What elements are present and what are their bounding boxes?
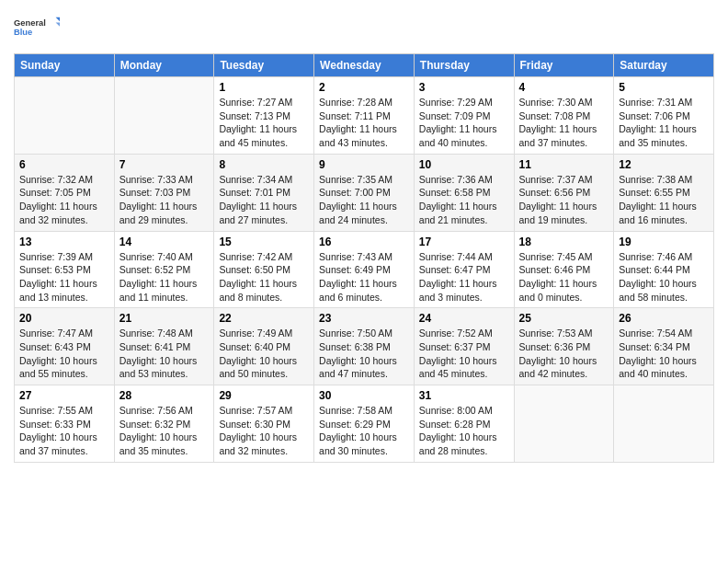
weekday-friday: Friday (514, 54, 614, 77)
calendar-cell: 3Sunrise: 7:29 AM Sunset: 7:09 PM Daylig… (414, 77, 514, 155)
calendar-cell: 16Sunrise: 7:43 AM Sunset: 6:49 PM Dayli… (314, 231, 415, 308)
svg-text:General: General (14, 18, 46, 28)
day-number: 30 (319, 389, 409, 402)
day-number: 22 (219, 312, 309, 325)
day-number: 12 (619, 158, 709, 171)
calendar-cell: 31Sunrise: 8:00 AM Sunset: 6:28 PM Dayli… (414, 385, 514, 463)
day-info: Sunrise: 7:49 AM Sunset: 6:40 PM Dayligh… (219, 327, 309, 381)
day-number: 31 (419, 389, 509, 402)
day-info: Sunrise: 7:54 AM Sunset: 6:34 PM Dayligh… (619, 327, 709, 381)
page: General Blue SundayMondayTuesdayWednesda… (0, 0, 728, 563)
week-row-1: 1Sunrise: 7:27 AM Sunset: 7:13 PM Daylig… (15, 77, 714, 155)
calendar-cell: 4Sunrise: 7:30 AM Sunset: 7:08 PM Daylig… (514, 77, 614, 155)
day-number: 5 (619, 81, 709, 94)
day-number: 27 (19, 389, 109, 402)
calendar-cell: 18Sunrise: 7:45 AM Sunset: 6:46 PM Dayli… (514, 231, 614, 308)
day-info: Sunrise: 7:31 AM Sunset: 7:06 PM Dayligh… (619, 96, 709, 150)
day-number: 18 (519, 236, 609, 248)
day-number: 8 (219, 158, 309, 171)
svg-marker-2 (56, 17, 60, 21)
calendar-cell: 29Sunrise: 7:57 AM Sunset: 6:30 PM Dayli… (214, 385, 314, 463)
calendar-cell (514, 385, 614, 463)
day-number: 17 (419, 236, 509, 248)
day-info: Sunrise: 7:46 AM Sunset: 6:44 PM Dayligh… (619, 250, 709, 304)
day-number: 25 (519, 312, 609, 325)
calendar-cell: 30Sunrise: 7:58 AM Sunset: 6:29 PM Dayli… (314, 385, 415, 463)
day-info: Sunrise: 7:28 AM Sunset: 7:11 PM Dayligh… (319, 96, 409, 150)
day-number: 14 (119, 236, 210, 248)
day-info: Sunrise: 7:44 AM Sunset: 6:47 PM Dayligh… (419, 250, 509, 304)
day-number: 13 (19, 236, 109, 248)
calendar-table: SundayMondayTuesdayWednesdayThursdayFrid… (14, 53, 714, 463)
day-number: 15 (219, 236, 309, 248)
day-info: Sunrise: 7:50 AM Sunset: 6:38 PM Dayligh… (319, 327, 409, 381)
day-info: Sunrise: 7:40 AM Sunset: 6:52 PM Dayligh… (119, 250, 210, 304)
day-number: 29 (219, 389, 309, 402)
calendar-cell: 23Sunrise: 7:50 AM Sunset: 6:38 PM Dayli… (314, 308, 415, 385)
week-row-5: 27Sunrise: 7:55 AM Sunset: 6:33 PM Dayli… (15, 385, 714, 463)
calendar-cell: 7Sunrise: 7:33 AM Sunset: 7:03 PM Daylig… (114, 154, 214, 231)
day-number: 10 (419, 158, 509, 171)
day-info: Sunrise: 7:36 AM Sunset: 6:58 PM Dayligh… (419, 173, 509, 227)
calendar-cell: 1Sunrise: 7:27 AM Sunset: 7:13 PM Daylig… (214, 77, 314, 155)
calendar-cell: 14Sunrise: 7:40 AM Sunset: 6:52 PM Dayli… (114, 231, 214, 308)
calendar-cell: 21Sunrise: 7:48 AM Sunset: 6:41 PM Dayli… (114, 308, 214, 385)
calendar-cell (15, 77, 115, 155)
weekday-sunday: Sunday (15, 54, 115, 77)
logo: General Blue (14, 9, 60, 46)
day-info: Sunrise: 7:47 AM Sunset: 6:43 PM Dayligh… (19, 327, 109, 381)
day-info: Sunrise: 7:57 AM Sunset: 6:30 PM Dayligh… (219, 404, 309, 458)
week-row-3: 13Sunrise: 7:39 AM Sunset: 6:53 PM Dayli… (15, 231, 714, 308)
calendar-cell: 15Sunrise: 7:42 AM Sunset: 6:50 PM Dayli… (214, 231, 314, 308)
calendar-cell: 17Sunrise: 7:44 AM Sunset: 6:47 PM Dayli… (414, 231, 514, 308)
day-info: Sunrise: 7:56 AM Sunset: 6:32 PM Dayligh… (119, 404, 210, 458)
day-number: 21 (119, 312, 210, 325)
weekday-saturday: Saturday (614, 54, 714, 77)
calendar-cell: 8Sunrise: 7:34 AM Sunset: 7:01 PM Daylig… (214, 154, 314, 231)
calendar-cell: 12Sunrise: 7:38 AM Sunset: 6:55 PM Dayli… (614, 154, 714, 231)
day-info: Sunrise: 8:00 AM Sunset: 6:28 PM Dayligh… (419, 404, 509, 458)
day-number: 9 (319, 158, 409, 171)
day-info: Sunrise: 7:43 AM Sunset: 6:49 PM Dayligh… (319, 250, 409, 304)
logo-svg: General Blue (14, 9, 60, 46)
day-info: Sunrise: 7:32 AM Sunset: 7:05 PM Dayligh… (19, 173, 109, 227)
day-number: 28 (119, 389, 210, 402)
day-number: 4 (519, 81, 609, 94)
calendar-cell: 9Sunrise: 7:35 AM Sunset: 7:00 PM Daylig… (314, 154, 415, 231)
calendar-cell: 22Sunrise: 7:49 AM Sunset: 6:40 PM Dayli… (214, 308, 314, 385)
day-info: Sunrise: 7:38 AM Sunset: 6:55 PM Dayligh… (619, 173, 709, 227)
day-number: 6 (19, 158, 109, 171)
calendar-cell: 24Sunrise: 7:52 AM Sunset: 6:37 PM Dayli… (414, 308, 514, 385)
weekday-wednesday: Wednesday (314, 54, 415, 77)
svg-text:Blue: Blue (14, 28, 32, 37)
week-row-2: 6Sunrise: 7:32 AM Sunset: 7:05 PM Daylig… (15, 154, 714, 231)
day-info: Sunrise: 7:55 AM Sunset: 6:33 PM Dayligh… (19, 404, 109, 458)
header: General Blue (14, 9, 714, 46)
day-info: Sunrise: 7:35 AM Sunset: 7:00 PM Dayligh… (319, 173, 409, 227)
calendar-cell (614, 385, 714, 463)
day-number: 20 (19, 312, 109, 325)
svg-marker-3 (56, 22, 60, 26)
calendar-cell: 13Sunrise: 7:39 AM Sunset: 6:53 PM Dayli… (15, 231, 115, 308)
day-number: 16 (319, 236, 409, 248)
calendar-cell: 10Sunrise: 7:36 AM Sunset: 6:58 PM Dayli… (414, 154, 514, 231)
day-number: 7 (119, 158, 210, 171)
calendar-cell (114, 77, 214, 155)
day-number: 23 (319, 312, 409, 325)
day-info: Sunrise: 7:33 AM Sunset: 7:03 PM Dayligh… (119, 173, 210, 227)
calendar-cell: 5Sunrise: 7:31 AM Sunset: 7:06 PM Daylig… (614, 77, 714, 155)
day-info: Sunrise: 7:30 AM Sunset: 7:08 PM Dayligh… (519, 96, 609, 150)
calendar-cell: 25Sunrise: 7:53 AM Sunset: 6:36 PM Dayli… (514, 308, 614, 385)
calendar-cell: 11Sunrise: 7:37 AM Sunset: 6:56 PM Dayli… (514, 154, 614, 231)
calendar-cell: 2Sunrise: 7:28 AM Sunset: 7:11 PM Daylig… (314, 77, 415, 155)
day-number: 26 (619, 312, 709, 325)
weekday-tuesday: Tuesday (214, 54, 314, 77)
week-row-4: 20Sunrise: 7:47 AM Sunset: 6:43 PM Dayli… (15, 308, 714, 385)
day-info: Sunrise: 7:52 AM Sunset: 6:37 PM Dayligh… (419, 327, 509, 381)
weekday-header-row: SundayMondayTuesdayWednesdayThursdayFrid… (15, 54, 714, 77)
calendar-cell: 20Sunrise: 7:47 AM Sunset: 6:43 PM Dayli… (15, 308, 115, 385)
day-number: 11 (519, 158, 609, 171)
day-info: Sunrise: 7:58 AM Sunset: 6:29 PM Dayligh… (319, 404, 409, 458)
day-info: Sunrise: 7:48 AM Sunset: 6:41 PM Dayligh… (119, 327, 210, 381)
calendar-cell: 28Sunrise: 7:56 AM Sunset: 6:32 PM Dayli… (114, 385, 214, 463)
